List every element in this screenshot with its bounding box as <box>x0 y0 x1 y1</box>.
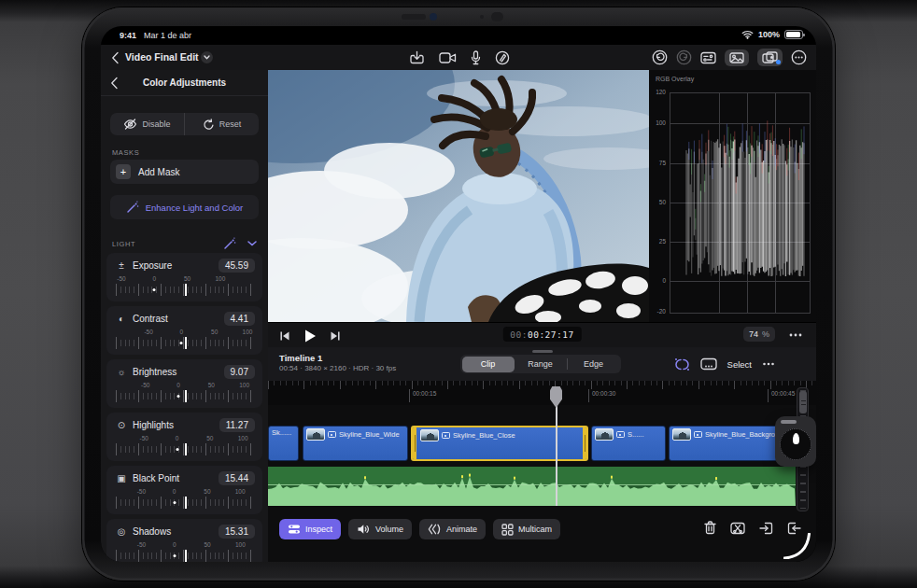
reset-button[interactable]: Reset <box>185 113 259 135</box>
import-button[interactable] <box>409 50 425 65</box>
shadows-icon: ◎ <box>116 526 127 537</box>
play-button[interactable] <box>303 329 317 343</box>
timeline-clip-selected[interactable]: Skyline_Blue_Close <box>411 426 588 461</box>
timeline-clip[interactable]: S...... <box>591 426 666 461</box>
light-section-label: LIGHT <box>112 240 135 248</box>
slider-label: Contrast <box>133 314 219 324</box>
slider-value[interactable]: 11.27 <box>219 418 255 432</box>
scope-waveform <box>649 70 816 322</box>
delete-button[interactable] <box>704 521 716 535</box>
audio-track[interactable] <box>268 467 796 506</box>
redo-button[interactable] <box>676 49 692 65</box>
timeline-area: Timeline 1 00:54 · 3840 × 2160 · HDR · 3… <box>268 347 816 562</box>
timeline-clip[interactable]: Sk...... <box>268 426 299 461</box>
video-preview[interactable] <box>268 70 649 322</box>
title-chevron-icon[interactable] <box>201 51 213 63</box>
magnetic-timeline-icon[interactable] <box>674 357 690 371</box>
clip-thumbnail <box>672 428 691 441</box>
slider-value[interactable]: 15.44 <box>219 471 255 485</box>
inspect-icon <box>288 524 301 535</box>
zoom-slider-thumb[interactable] <box>799 391 807 413</box>
more-button[interactable] <box>791 49 807 65</box>
audio-waveform <box>268 467 796 506</box>
black-point-icon: ▣ <box>116 473 127 483</box>
slider-value[interactable]: 45.59 <box>219 259 255 273</box>
volume-button[interactable]: Volume <box>348 519 412 539</box>
insert-left-button[interactable] <box>759 522 773 535</box>
app-screen: 9:41 Mar 1 de abr 100% Video Final Edit <box>101 26 816 562</box>
highlights-icon: ⊙ <box>116 420 127 430</box>
mode-edge[interactable]: Edge <box>568 357 620 372</box>
display-options-button[interactable] <box>700 51 716 64</box>
disable-button[interactable]: Disable <box>110 113 185 135</box>
add-mask-button[interactable]: + Add Mask <box>110 160 259 184</box>
slider-value[interactable]: 15.31 <box>219 525 255 539</box>
slider-card-brightness: ☼Brightness9.07 -50050100 <box>106 359 262 408</box>
mode-clip[interactable]: Clip <box>462 357 515 372</box>
timeline-more-button[interactable] <box>762 361 775 367</box>
slider-value[interactable]: 9.07 <box>224 365 255 379</box>
viewer-more-button[interactable] <box>788 332 803 338</box>
animate-button[interactable]: Animate <box>419 519 486 539</box>
slider-track[interactable] <box>116 497 253 509</box>
collapse-chevron-icon[interactable] <box>247 241 257 246</box>
reset-icon <box>203 119 215 131</box>
enhance-button[interactable]: Enhance Light and Color <box>110 195 259 219</box>
timeline-clip[interactable]: Skyline_Blue_Wide <box>303 426 408 461</box>
clip-thumbnail <box>306 428 325 441</box>
camera-button[interactable] <box>439 51 457 64</box>
page-curl-indicator[interactable] <box>783 533 811 559</box>
slider-value[interactable]: 4.41 <box>224 312 255 326</box>
multicam-icon <box>501 524 514 536</box>
slider-track[interactable] <box>116 337 253 349</box>
slider-track[interactable] <box>116 390 253 402</box>
trim-handle-left[interactable] <box>413 427 416 459</box>
project-title[interactable]: Video Final Edit <box>125 51 199 63</box>
jog-dial[interactable] <box>780 428 811 460</box>
image-icon <box>616 431 625 438</box>
inspect-button[interactable]: Inspect <box>279 519 341 539</box>
slider-label: Shadows <box>133 526 213 537</box>
enhance-label: Enhance Light and Color <box>146 203 244 213</box>
media-browser-button[interactable] <box>725 49 749 66</box>
slider-scale: -50050100 <box>116 329 253 337</box>
jog-wheel[interactable] <box>775 416 816 467</box>
top-toolbar: Video Final Edit <box>101 45 816 70</box>
masks-section-label: MASKS <box>112 148 139 157</box>
disable-label: Disable <box>142 119 170 129</box>
slider-scale: -50050100 <box>116 435 253 443</box>
viewer-zoom-button[interactable]: 74% <box>743 327 775 342</box>
sensor-dot <box>480 15 484 19</box>
effects-browser-button[interactable] <box>757 49 783 66</box>
resize-grip[interactable] <box>532 350 553 353</box>
status-date: Mar 1 de abr <box>144 31 191 40</box>
skip-forward-button[interactable] <box>330 330 341 342</box>
timeline-ruler[interactable]: 00:00:15 00:00:30 00:00:45 <box>268 381 816 405</box>
trim-handle-right[interactable] <box>583 427 586 459</box>
slider-card-exposure: ±Exposure45.59 -50050100 <box>106 253 262 301</box>
multicam-button[interactable]: Multicam <box>493 519 560 539</box>
jog-grip[interactable] <box>781 420 797 424</box>
live-drawing-button[interactable] <box>495 50 510 65</box>
blade-button[interactable] <box>730 522 745 535</box>
slider-track[interactable] <box>116 550 253 562</box>
auto-enhance-icon[interactable] <box>223 237 236 250</box>
slider-track[interactable] <box>116 284 253 296</box>
panel-title: Color Adjustments <box>101 77 268 88</box>
select-tool-button[interactable]: Select <box>727 359 752 370</box>
slider-scale: -50050100 <box>116 541 253 550</box>
rgb-overlay-scope: RGB Overlay 120 100 75 50 25 0 -20 <box>649 70 816 322</box>
slider-label: Exposure <box>133 260 213 271</box>
mic-button[interactable] <box>471 50 481 65</box>
speaker-icon <box>357 524 371 535</box>
panel-header: Color Adjustments <box>101 70 268 96</box>
back-button[interactable] <box>111 51 120 64</box>
skip-back-button[interactable] <box>279 330 290 342</box>
transport-bar: 00:00:27:17 74% <box>268 322 816 347</box>
undo-button[interactable] <box>652 49 668 65</box>
slider-track[interactable] <box>116 443 253 455</box>
slider-card-highlights: ⊙Highlights11.27 -50050100 <box>106 413 262 461</box>
overwrite-clip-icon[interactable] <box>700 357 717 371</box>
jog-pointer <box>793 433 799 444</box>
mode-range[interactable]: Range <box>515 357 567 372</box>
